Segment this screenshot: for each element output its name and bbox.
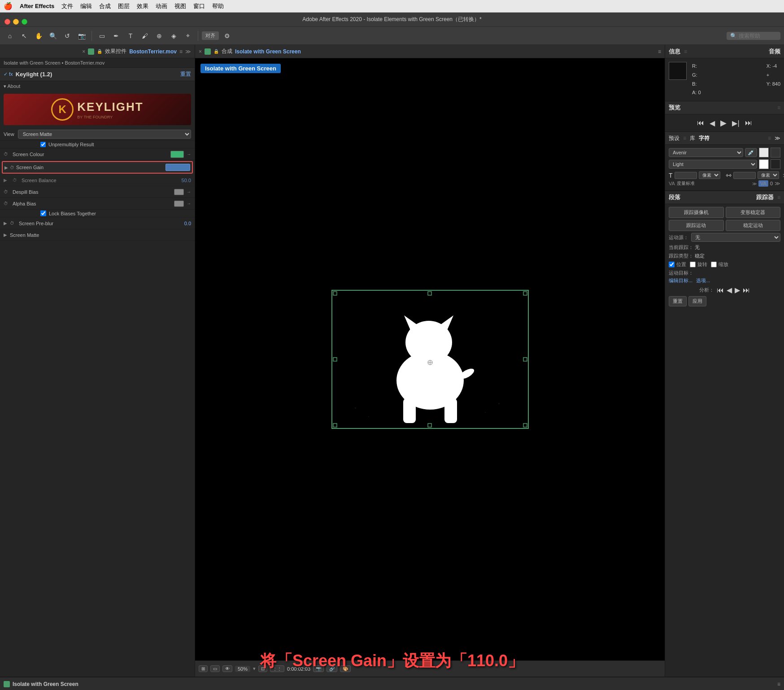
menu-file[interactable]: 文件: [61, 2, 73, 10]
warp-stabilize-button[interactable]: 变形稳定器: [726, 207, 781, 218]
minimize-button[interactable]: [13, 19, 19, 25]
comp-menu-button[interactable]: ≡: [658, 48, 661, 55]
search-input[interactable]: [739, 33, 775, 39]
screen-gain-expand[interactable]: ▶: [4, 165, 8, 170]
menu-edit[interactable]: 编辑: [80, 2, 92, 10]
zoom-select[interactable]: 50%: [235, 666, 250, 672]
menu-animation[interactable]: 动画: [156, 2, 167, 10]
screen-gain-input[interactable]: 110: [166, 164, 190, 171]
screen-colour-picker[interactable]: [170, 151, 184, 158]
font-name-select[interactable]: Avenir: [669, 148, 743, 157]
alpha-arrow[interactable]: →: [187, 201, 191, 206]
despill-arrow[interactable]: →: [187, 189, 191, 194]
home-button[interactable]: ⌂: [4, 30, 16, 42]
info-menu-icon[interactable]: ≡: [684, 48, 687, 55]
skip-back-button[interactable]: ⏮: [697, 119, 704, 127]
play-button[interactable]: ▶: [720, 118, 727, 128]
style-color-chip-white[interactable]: [759, 159, 769, 169]
3d-view-button[interactable]: 👁: [222, 665, 232, 672]
zoom-tool[interactable]: 🔍: [47, 30, 59, 42]
font-style-select[interactable]: Light: [669, 160, 757, 169]
motion-source-select[interactable]: 无: [691, 233, 780, 242]
fx-toggle-checkbox[interactable]: ✓ fx: [4, 71, 13, 77]
channel-button[interactable]: 🔗: [327, 665, 337, 672]
menu-composition[interactable]: 合成: [99, 2, 111, 10]
char-menu-icon[interactable]: ≡: [768, 135, 771, 141]
scale-checkbox[interactable]: [711, 262, 717, 267]
rotation-checkbox[interactable]: [690, 262, 696, 267]
close-button[interactable]: [4, 19, 10, 25]
menu-window[interactable]: 窗口: [193, 2, 205, 10]
menu-view[interactable]: 视图: [174, 2, 186, 10]
apply-tracker-button[interactable]: 应用: [688, 296, 706, 306]
menu-help[interactable]: 帮助: [212, 2, 224, 10]
font-size-input[interactable]: 43: [675, 172, 697, 179]
stabilize-button[interactable]: 稳定运动: [726, 220, 781, 231]
align-dropdown[interactable]: 对齐: [202, 31, 219, 40]
track-camera-button[interactable]: 跟踪摄像机: [669, 207, 724, 218]
region-button[interactable]: ⊞: [199, 665, 208, 672]
grid-button[interactable]: ⋮⋮: [270, 665, 284, 672]
track-motion-button[interactable]: 跟踪运动: [669, 220, 724, 231]
screen-balance-expand[interactable]: ▶: [4, 178, 10, 183]
about-toggle[interactable]: ▾ About: [4, 83, 20, 89]
puppet-tool[interactable]: ⌖: [182, 30, 194, 42]
hand-tool[interactable]: ✋: [32, 30, 45, 42]
skip-forward-button[interactable]: ⏭: [745, 119, 752, 127]
tracker-menu-icon[interactable]: ≡: [777, 194, 780, 201]
tracking-input[interactable]: 0: [733, 172, 756, 179]
comp-close-icon[interactable]: ×: [199, 48, 202, 55]
maximize-button[interactable]: [22, 19, 27, 25]
position-checkbox[interactable]: [669, 262, 675, 267]
exposure-button[interactable]: 🎨: [340, 665, 351, 672]
panel-close-button[interactable]: ×: [82, 48, 85, 55]
library-tab[interactable]: 库: [690, 135, 695, 142]
safe-zones-button[interactable]: ▭: [210, 665, 220, 672]
pen-tool[interactable]: ✒: [110, 30, 122, 42]
va-expand-icon[interactable]: ≫: [775, 180, 780, 187]
analyze-forward-forward-button[interactable]: ⏭: [743, 286, 750, 294]
analyze-forward-button[interactable]: ▶: [735, 286, 740, 294]
matte-expand[interactable]: ▶: [4, 232, 7, 237]
reset-tracker-button[interactable]: 重置: [669, 296, 687, 306]
style-color-chip-dark[interactable]: [771, 159, 780, 169]
colour-arrow[interactable]: →: [187, 152, 191, 157]
view-select[interactable]: Screen Matte: [18, 130, 191, 139]
menu-after-effects[interactable]: After Effects: [20, 3, 54, 9]
preview-menu-icon[interactable]: ≡: [777, 105, 780, 111]
preset-tab[interactable]: 预设: [669, 135, 679, 142]
text-tool[interactable]: T: [124, 30, 137, 42]
lock-biases-checkbox[interactable]: [40, 210, 46, 216]
font-color-chip-white[interactable]: [759, 148, 769, 157]
unpremultiply-checkbox[interactable]: [40, 142, 46, 147]
menu-effects[interactable]: 效果: [137, 2, 148, 10]
rotate-tool[interactable]: ↺: [61, 30, 74, 42]
panel-expand-button[interactable]: ≫: [185, 48, 191, 55]
eyedropper-button[interactable]: 💉: [745, 148, 757, 157]
apple-menu[interactable]: 🍎: [4, 2, 13, 10]
char-expand-icon[interactable]: ≫: [775, 135, 780, 141]
settings-button[interactable]: ⚙: [221, 30, 233, 42]
camera-tool[interactable]: 📷: [75, 30, 88, 42]
back-frame-button[interactable]: ◀: [710, 119, 715, 127]
forward-frame-button[interactable]: ▶|: [732, 119, 739, 127]
edit-target-link[interactable]: 编辑目标...: [669, 277, 693, 284]
font-unit-select[interactable]: 像素: [699, 171, 720, 179]
bottom-menu-icon[interactable]: ≡: [777, 681, 780, 687]
options-link[interactable]: 选项...: [696, 277, 710, 284]
snapshot-button[interactable]: 📷: [313, 665, 324, 672]
char-tab[interactable]: 字符: [699, 135, 710, 142]
preblur-expand[interactable]: ▶: [4, 221, 7, 226]
reset-button[interactable]: 重置: [180, 70, 191, 78]
font-color-chip-dark[interactable]: [771, 148, 780, 157]
brush-tool[interactable]: 🖌: [139, 30, 151, 42]
rect-tool[interactable]: ▭: [96, 30, 108, 42]
fit-button[interactable]: ⊡: [258, 665, 267, 672]
panel-menu-button[interactable]: ≡: [179, 48, 183, 55]
expand-icon-2[interactable]: ≫: [752, 181, 757, 186]
analyze-back-back-button[interactable]: ⏮: [717, 286, 724, 294]
expand-icon[interactable]: ≫: [783, 172, 784, 179]
alpha-colour-swatch[interactable]: [174, 201, 184, 207]
eraser-tool[interactable]: ◈: [167, 30, 180, 42]
menu-layer[interactable]: 图层: [118, 2, 130, 10]
